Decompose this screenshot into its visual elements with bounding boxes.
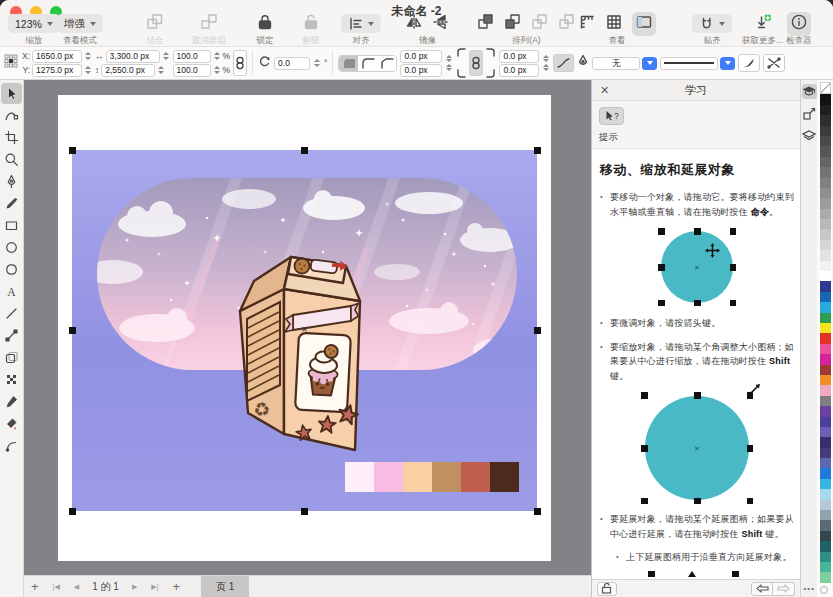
color-swatch[interactable]: [820, 323, 831, 333]
fill-tool[interactable]: [1, 413, 22, 434]
scale-x-field[interactable]: 100.0: [173, 50, 211, 63]
link-dimensions-toggle[interactable]: [233, 50, 247, 76]
color-swatch[interactable]: [820, 531, 831, 541]
vector-crop-tool[interactable]: [1, 127, 22, 148]
ellipse-tool[interactable]: [1, 237, 22, 258]
combine-icon[interactable]: [146, 13, 164, 35]
color-swatch[interactable]: [820, 385, 831, 395]
pressure-editor-button[interactable]: [763, 54, 785, 72]
add-page-button[interactable]: +: [165, 579, 187, 594]
color-swatch[interactable]: [820, 313, 831, 323]
rotation-field[interactable]: 0.0: [274, 57, 310, 70]
color-swatch[interactable]: [820, 365, 831, 375]
color-swatch[interactable]: [820, 458, 831, 468]
selection-handle[interactable]: [69, 327, 76, 334]
color-swatch[interactable]: [820, 541, 831, 551]
color-swatch[interactable]: [820, 354, 831, 364]
color-swatch[interactable]: [820, 468, 831, 478]
height-stepper[interactable]: [157, 66, 165, 74]
color-swatch[interactable]: [820, 250, 831, 260]
scale-y-stepper[interactable]: [213, 66, 221, 74]
get-more-icon[interactable]: [754, 13, 772, 35]
corner-radius-bottom-right-field[interactable]: 0.0 px: [499, 64, 539, 77]
width-field[interactable]: 3,300.0 px: [106, 50, 160, 63]
color-swatch[interactable]: [820, 479, 831, 489]
color-swatch[interactable]: [820, 229, 831, 239]
rectangle-tool[interactable]: [1, 215, 22, 236]
more-options-icon[interactable]: •••: [804, 584, 815, 593]
selection-handle[interactable]: [69, 147, 76, 154]
selection-handle[interactable]: [69, 508, 76, 515]
color-swatch[interactable]: [820, 136, 831, 146]
panels-icon[interactable]: [632, 12, 656, 36]
help-cursor-button[interactable]: ?: [599, 107, 624, 125]
color-swatch[interactable]: [820, 406, 831, 416]
scale-y-field[interactable]: 100.0: [173, 64, 211, 77]
color-swatch[interactable]: [820, 292, 831, 302]
transform-tab-button[interactable]: [802, 106, 817, 121]
selection-handle[interactable]: [301, 508, 308, 515]
color-swatch[interactable]: [820, 302, 831, 312]
color-swatch[interactable]: [820, 396, 831, 406]
view-mode-dropdown[interactable]: 增强: [57, 14, 103, 33]
y-stepper[interactable]: [84, 66, 92, 74]
no-color-icon[interactable]: [820, 586, 828, 594]
width-stepper[interactable]: [162, 52, 170, 60]
color-swatch[interactable]: [820, 489, 831, 499]
anchor-point-selector[interactable]: [4, 54, 18, 72]
last-page-button[interactable]: ▶|: [144, 583, 165, 591]
color-swatch[interactable]: [820, 157, 831, 167]
y-position-field[interactable]: 1275.0 px: [32, 64, 82, 77]
corner-radius-top-right-field[interactable]: 0.0 px: [499, 50, 539, 63]
color-swatch[interactable]: [820, 375, 831, 385]
chevron-down-icon[interactable]: [720, 57, 735, 70]
stroke-color-dropdown[interactable]: 无: [592, 57, 657, 70]
close-icon[interactable]: ✕: [600, 85, 609, 96]
color-swatch[interactable]: [820, 167, 831, 177]
corner-style-straight-button[interactable]: [377, 56, 396, 71]
inspector-info-icon[interactable]: [787, 12, 811, 36]
color-swatch[interactable]: [820, 198, 831, 208]
page-tab[interactable]: 页 1: [201, 576, 249, 597]
unlock-icon[interactable]: [302, 13, 320, 35]
unlock-panel-button[interactable]: [597, 582, 617, 596]
color-swatch[interactable]: [820, 562, 831, 572]
corner-radius-stepper[interactable]: [445, 49, 453, 77]
shape-tool[interactable]: [1, 259, 22, 280]
corner-radius-right-stepper[interactable]: [542, 49, 550, 77]
lock-icon[interactable]: [256, 13, 274, 35]
color-swatch[interactable]: [820, 126, 831, 136]
corner-style-concave-button[interactable]: [358, 56, 377, 71]
color-swatch[interactable]: [820, 115, 831, 125]
color-swatch[interactable]: [820, 510, 831, 520]
corner-tool[interactable]: [1, 435, 22, 456]
color-swatch[interactable]: [820, 219, 831, 229]
color-swatch[interactable]: [820, 188, 831, 198]
rulers-icon[interactable]: [578, 13, 596, 35]
color-swatch[interactable]: [820, 417, 831, 427]
artwork-palette-swatch[interactable]: [345, 462, 374, 492]
color-swatch[interactable]: [820, 427, 831, 437]
node-tool[interactable]: [1, 105, 22, 126]
selection-handle[interactable]: [301, 147, 308, 154]
undo-button[interactable]: [751, 582, 773, 596]
color-swatch[interactable]: [820, 271, 831, 281]
pencil-tool[interactable]: [1, 193, 22, 214]
color-swatch[interactable]: [820, 281, 831, 291]
color-swatch[interactable]: [820, 500, 831, 510]
line-tool[interactable]: [1, 303, 22, 324]
color-swatch[interactable]: [820, 437, 831, 447]
flip-horizontal-icon[interactable]: [405, 13, 423, 35]
color-swatch[interactable]: [820, 333, 831, 343]
artwork-palette-swatch[interactable]: [374, 462, 403, 492]
move-tool[interactable]: [1, 83, 22, 104]
artwork-palette-swatch[interactable]: [403, 462, 432, 492]
color-swatch[interactable]: [820, 146, 831, 156]
zoom-tool[interactable]: [1, 149, 22, 170]
color-swatch[interactable]: [820, 82, 831, 94]
selection-handle[interactable]: [534, 327, 541, 334]
color-swatch[interactable]: [820, 572, 831, 582]
stroke-style-dropdown[interactable]: [660, 57, 735, 70]
bring-to-front-icon[interactable]: [531, 13, 549, 35]
corner-style-rounded-button[interactable]: [339, 56, 358, 71]
